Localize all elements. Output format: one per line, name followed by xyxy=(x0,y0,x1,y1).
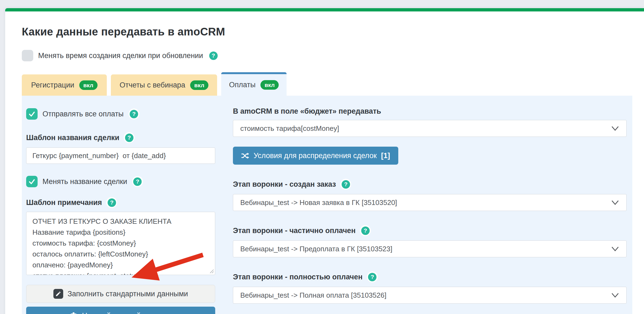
help-icon[interactable] xyxy=(340,179,351,190)
enabled-badge: вкл xyxy=(260,80,279,90)
question-icon xyxy=(125,134,133,142)
stage-full-select[interactable]: Вебинары_test -> Полная оплата [35103526… xyxy=(233,287,627,304)
note-template-label: Шаблон примечания xyxy=(26,197,215,208)
send-all-payments-label: Отправлять все оплаты xyxy=(42,110,124,118)
stage-partial-label: Этап воронки - частично оплачен xyxy=(233,225,627,236)
tab-label: Регистрации xyxy=(31,81,74,89)
enabled-badge: вкл xyxy=(190,80,208,90)
help-icon[interactable] xyxy=(124,132,135,143)
card-top-accent-bar xyxy=(5,8,644,11)
page-title: Какие данные передавать в amoCRM xyxy=(22,26,644,38)
tab-label: Оплаты xyxy=(229,81,256,89)
change-create-time-checkbox[interactable] xyxy=(22,50,33,61)
conditions-count: [1] xyxy=(381,152,390,160)
help-icon[interactable] xyxy=(360,225,371,236)
right-column: В amoCRM в поле «бюджет» передавать стои… xyxy=(233,103,627,314)
note-template-textarea[interactable]: ОТЧЕТ ИЗ ГЕТКУРС О ЗАКАЗЕ КЛИЕНТА Назван… xyxy=(26,212,215,275)
question-icon xyxy=(342,180,350,189)
label-text: Этап воронки - создан заказ xyxy=(233,180,336,189)
question-icon xyxy=(368,273,376,281)
help-icon[interactable] xyxy=(208,50,219,61)
chevron-down-icon xyxy=(611,200,619,205)
tab-bar: Регистрации вкл Отчеты с вебинара вкл Оп… xyxy=(22,72,644,96)
chevron-down-icon xyxy=(611,292,619,298)
shuffle-icon xyxy=(241,152,249,160)
tab-payments[interactable]: Оплаты вкл xyxy=(221,72,287,96)
payments-tab-panel: Отправлять все оплаты Шаблон названия сд… xyxy=(22,96,632,314)
selected-value: Вебинары_test -> Полная оплата [35103526… xyxy=(240,291,611,300)
question-icon xyxy=(361,227,370,235)
chevron-down-icon xyxy=(611,126,619,131)
fill-standard-data-button[interactable]: Заполнить стандартными данными xyxy=(26,285,215,303)
selected-value: Вебинары_test -> Новая заявка в ГК [3510… xyxy=(240,198,611,207)
rename-deal-row: Менять название сделки xyxy=(26,176,215,187)
stage-full-label: Этап воронки - полностью оплачен xyxy=(233,271,627,282)
question-icon xyxy=(209,52,218,60)
button-label: Настройка полей у сделки xyxy=(82,312,172,314)
button-label: Условия для распределения сделок xyxy=(254,152,377,160)
deal-name-template-input[interactable] xyxy=(26,147,215,164)
deal-name-template-label: Шаблон названия сделки xyxy=(26,132,215,143)
button-label: Заполнить стандартными данными xyxy=(68,290,188,298)
tab-registrations[interactable]: Регистрации вкл xyxy=(22,74,107,96)
help-icon[interactable] xyxy=(367,271,378,282)
check-icon xyxy=(28,178,35,185)
send-all-payments-checkbox[interactable] xyxy=(26,108,38,120)
help-icon[interactable] xyxy=(132,176,143,187)
deal-fields-settings-button[interactable]: Настройка полей у сделки xyxy=(26,307,215,314)
selected-value: Вебинары_test -> Предоплата в ГК [351035… xyxy=(240,245,611,253)
tab-label: Отчеты с вебинара xyxy=(120,81,185,89)
question-icon xyxy=(133,177,142,186)
gear-icon xyxy=(69,312,78,314)
stage-created-select[interactable]: Вебинары_test -> Новая заявка в ГК [3510… xyxy=(233,194,627,211)
question-icon xyxy=(108,198,116,207)
check-icon xyxy=(28,110,35,117)
budget-select[interactable]: стоимость тарифа[costMoney] xyxy=(233,120,627,137)
selected-value: стоимость тарифа[costMoney] xyxy=(240,124,611,133)
question-icon xyxy=(130,110,138,118)
left-column: Отправлять все оплаты Шаблон названия сд… xyxy=(26,103,215,314)
rename-deal-checkbox[interactable] xyxy=(26,176,38,187)
label-text: Этап воронки - частично оплачен xyxy=(233,227,356,235)
help-icon[interactable] xyxy=(106,197,117,208)
chevron-down-icon xyxy=(611,246,619,252)
resize-handle-icon[interactable] xyxy=(209,268,214,273)
rename-deal-label: Менять название сделки xyxy=(42,177,127,186)
help-icon[interactable] xyxy=(129,108,139,119)
deal-distribution-conditions-button[interactable]: Условия для распределения сделок [1] xyxy=(233,147,398,165)
pencil-icon xyxy=(53,289,63,299)
change-create-time-label: Менять время создания сделки при обновле… xyxy=(38,52,203,60)
settings-card: Какие данные передавать в amoCRM Менять … xyxy=(5,8,644,314)
label-text: Шаблон примечания xyxy=(26,198,102,207)
change-create-time-row: Менять время создания сделки при обновле… xyxy=(22,50,644,61)
label-text: Шаблон названия сделки xyxy=(26,134,119,142)
budget-field-label: В amoCRM в поле «бюджет» передавать xyxy=(233,107,627,116)
enabled-badge: вкл xyxy=(79,80,98,90)
send-all-payments-row: Отправлять все оплаты xyxy=(26,108,215,120)
stage-created-label: Этап воронки - создан заказ xyxy=(233,179,627,190)
label-text: В amoCRM в поле «бюджет» передавать xyxy=(233,107,381,116)
tab-webinar-reports[interactable]: Отчеты с вебинара вкл xyxy=(111,74,217,96)
label-text: Этап воронки - полностью оплачен xyxy=(233,273,363,281)
stage-partial-select[interactable]: Вебинары_test -> Предоплата в ГК [351035… xyxy=(233,240,627,257)
